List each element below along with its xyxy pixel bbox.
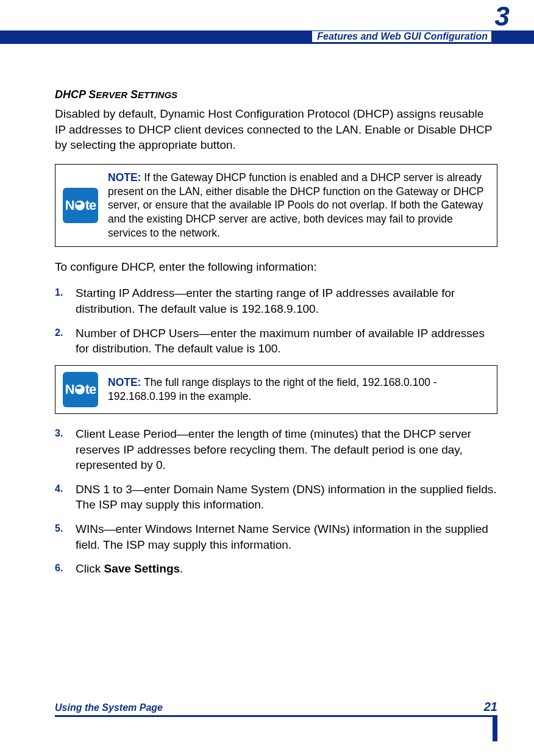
section-heading: DHCP SERVER SETTINGS bbox=[55, 88, 497, 101]
save-settings-label: Save Settings bbox=[104, 562, 180, 575]
note-text: The full range displays to the right of … bbox=[108, 376, 437, 402]
note-icon: Nte bbox=[63, 372, 98, 407]
footer-tab bbox=[493, 717, 497, 741]
chapter-number: 3 bbox=[495, 1, 510, 32]
note-icon-label: Nte bbox=[65, 382, 96, 398]
note-icon-n: N bbox=[65, 382, 74, 398]
page-number: 21 bbox=[484, 700, 497, 714]
configure-paragraph: To configure DHCP, enter the following i… bbox=[55, 259, 497, 275]
heading-part: DHCP S bbox=[55, 88, 96, 101]
steps-list: Starting IP Address—enter the starting r… bbox=[55, 285, 497, 357]
step-item: Click Save Settings. bbox=[55, 561, 497, 577]
footer-section-title: Using the System Page bbox=[55, 702, 163, 713]
note-box: Nte NOTE: If the Gateway DHCP function i… bbox=[55, 164, 497, 247]
step-text: . bbox=[180, 562, 183, 575]
header-title: Features and Web GUI Configuration bbox=[312, 31, 491, 42]
note-icon-te: te bbox=[85, 382, 96, 398]
note-icon-n: N bbox=[65, 198, 74, 213]
globe-icon bbox=[75, 201, 85, 210]
note-content: NOTE: If the Gateway DHCP function is en… bbox=[98, 171, 490, 240]
note-icon: Nte bbox=[63, 188, 98, 223]
step-text: Click bbox=[76, 562, 104, 575]
note-text: If the Gateway DHCP function is enabled … bbox=[108, 171, 483, 239]
step-item: Starting IP Address—enter the starting r… bbox=[55, 285, 497, 316]
step-item: Number of DHCP Users—enter the maximum n… bbox=[55, 326, 497, 357]
note-label: NOTE: bbox=[108, 376, 141, 388]
page-content: DHCP SERVER SETTINGS Disabled by default… bbox=[55, 88, 497, 585]
note-icon-label: Nte bbox=[65, 198, 96, 213]
note-icon-te: te bbox=[85, 198, 96, 213]
heading-part: ETTINGS bbox=[138, 90, 177, 100]
step-item: Client Lease Period—enter the length of … bbox=[55, 426, 497, 473]
step-item: DNS 1 to 3—enter Domain Name System (DNS… bbox=[55, 482, 497, 513]
note-content: NOTE: The full range displays to the rig… bbox=[98, 376, 490, 404]
step-item: WINs—enter Windows Internet Name Service… bbox=[55, 521, 497, 552]
note-label: NOTE: bbox=[108, 171, 141, 184]
heading-part: ERVER bbox=[96, 90, 127, 100]
intro-paragraph: Disabled by default, Dynamic Host Config… bbox=[55, 106, 497, 153]
page-footer: Using the System Page 21 bbox=[55, 700, 497, 717]
note-box: Nte NOTE: The full range displays to the… bbox=[55, 365, 497, 414]
heading-part: S bbox=[127, 88, 138, 101]
steps-list-cont: Client Lease Period—enter the length of … bbox=[55, 426, 497, 577]
globe-icon bbox=[75, 385, 85, 394]
